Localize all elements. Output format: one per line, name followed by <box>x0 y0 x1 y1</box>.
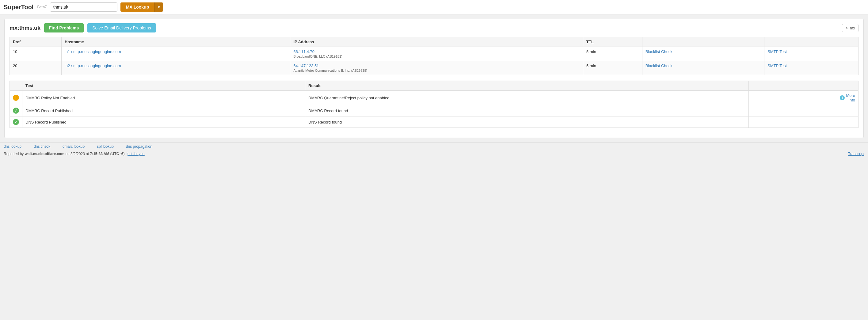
ip-link[interactable]: 64.147.123.51 <box>293 63 319 68</box>
test-more-info-cell <box>749 117 859 128</box>
ip-sub: BroadbandONE, LLC (AS19151) <box>293 55 580 58</box>
hostname-link[interactable]: in1-smtp.messagingengine.com <box>65 50 121 54</box>
header: SuperTool Beta7 MX Lookup ▾ <box>0 0 868 14</box>
smtp-test-cell: SMTP Test <box>765 61 859 75</box>
footer-bottom: Reported by walt.ns.cloudflare.com on 3/… <box>0 151 868 158</box>
col-status-icon <box>10 81 22 91</box>
tests-section: Test Result ! DMARC Policy Not Enabled D… <box>9 81 859 128</box>
ip-sub: Atlantic Metro Communications II, Inc. (… <box>293 69 580 72</box>
col-result: Result <box>305 81 749 91</box>
test-result: DMARC Record found <box>305 105 749 117</box>
report-server: walt.ns.cloudflare.com <box>25 152 64 156</box>
blacklist-check-link[interactable]: Blacklist Check <box>646 50 673 54</box>
test-name: DMARC Policy Not Enabled <box>22 91 305 105</box>
table-row: 10 in1-smtp.messagingengine.com 66.111.4… <box>10 47 859 61</box>
table-row: ! DMARC Policy Not Enabled DMARC Quarant… <box>10 91 859 105</box>
report-text: Reported by <box>4 152 25 156</box>
col-pref: Pref <box>10 37 62 47</box>
smtp-test-cell: SMTP Test <box>765 47 859 61</box>
test-status-icon-cell: ✓ <box>10 117 22 128</box>
col-actions1 <box>642 37 764 47</box>
ok-icon: ✓ <box>13 107 19 114</box>
mx-pref: 20 <box>10 61 62 75</box>
test-more-info-cell <box>749 105 859 117</box>
ip-link[interactable]: 66.111.4.70 <box>293 50 314 54</box>
test-result: DNS Record found <box>305 117 749 128</box>
col-test: Test <box>22 81 305 91</box>
search-input[interactable] <box>50 2 117 12</box>
lookup-main-button[interactable]: MX Lookup <box>120 2 154 12</box>
ok-icon: ✓ <box>13 119 19 125</box>
mx-hostname: in1-smtp.messagingengine.com <box>61 47 290 61</box>
mx-records-section: Pref Hostname IP Address TTL 10 in1-smtp… <box>9 37 859 75</box>
blacklist-check-cell: Blacklist Check <box>642 61 764 75</box>
report-date: on 3/2/2023 at <box>64 152 90 156</box>
main-content: mx:thms.uk Find Problems Solve Email Del… <box>0 14 868 142</box>
more-info-label: MoreInfo <box>846 93 855 102</box>
mx-ttl: 5 min <box>583 47 643 61</box>
footer-link-dns-lookup[interactable]: dns lookup <box>4 145 22 149</box>
find-problems-button[interactable]: Find Problems <box>44 23 84 32</box>
info-icon: i <box>840 95 845 100</box>
test-name: DNS Record Published <box>22 117 305 128</box>
report-period: . <box>145 152 146 156</box>
table-row: ✓ DNS Record Published DNS Record found <box>10 117 859 128</box>
blacklist-check-cell: Blacklist Check <box>642 47 764 61</box>
mx-pref: 10 <box>10 47 62 61</box>
col-actions2 <box>765 37 859 47</box>
footer-link-dns-check[interactable]: dns check <box>34 145 50 149</box>
smtp-test-link[interactable]: SMTP Test <box>768 63 787 68</box>
footer-link-dmarc-lookup[interactable]: dmarc lookup <box>63 145 85 149</box>
table-row: ✓ DMARC Record Published DMARC Record fo… <box>10 105 859 117</box>
result-card: mx:thms.uk Find Problems Solve Email Del… <box>4 19 864 138</box>
mx-ttl: 5 min <box>583 61 643 75</box>
more-info-link[interactable]: i MoreInfo <box>752 93 855 102</box>
col-ip: IP Address <box>290 37 583 47</box>
warning-icon: ! <box>13 95 19 101</box>
col-ttl: TTL <box>583 37 643 47</box>
brand-badge: Beta7 <box>37 5 46 9</box>
report-time: 7:15:33 AM (UTC -6) <box>90 152 125 156</box>
test-status-icon-cell: ! <box>10 91 22 105</box>
footer-links: dns lookup dns check dmarc lookup spf lo… <box>0 142 868 151</box>
just-for-you-link[interactable]: just for you <box>127 152 145 156</box>
tests-table: Test Result ! DMARC Policy Not Enabled D… <box>9 81 859 128</box>
mx-hostname: in2-smtp.messagingengine.com <box>61 61 290 75</box>
lookup-dropdown-button[interactable]: ▾ <box>154 2 163 12</box>
card-title-area: mx:thms.uk Find Problems Solve Email Del… <box>9 23 156 32</box>
test-more-info-cell: i MoreInfo <box>749 91 859 105</box>
col-more-info <box>749 81 859 91</box>
brand-name: SuperTool <box>4 4 33 11</box>
mx-ip: 64.147.123.51 Atlantic Metro Communicati… <box>290 61 583 75</box>
mx-ip: 66.111.4.70 BroadbandONE, LLC (AS19151) <box>290 47 583 61</box>
mx-records-table: Pref Hostname IP Address TTL 10 in1-smtp… <box>9 37 859 75</box>
footer-link-dns-propagation[interactable]: dns propagation <box>126 145 152 149</box>
transcript-link[interactable]: Transcript <box>848 152 864 156</box>
test-result: DMARC Quarantine/Reject policy not enabl… <box>305 91 749 105</box>
solve-email-delivery-button[interactable]: Solve Email Delivery Problems <box>87 23 156 32</box>
test-status-icon-cell: ✓ <box>10 105 22 117</box>
lookup-button-group: MX Lookup ▾ <box>120 2 163 12</box>
table-row: 20 in2-smtp.messagingengine.com 64.147.1… <box>10 61 859 75</box>
refresh-mx-button[interactable]: ↻ mx <box>842 24 859 32</box>
footer-link-spf-lookup[interactable]: spf lookup <box>97 145 114 149</box>
blacklist-check-link[interactable]: Blacklist Check <box>646 63 673 68</box>
card-top-bar: mx:thms.uk Find Problems Solve Email Del… <box>9 23 859 32</box>
card-title: mx:thms.uk <box>9 25 40 31</box>
col-hostname: Hostname <box>61 37 290 47</box>
smtp-test-link[interactable]: SMTP Test <box>768 50 787 54</box>
report-info: Reported by walt.ns.cloudflare.com on 3/… <box>4 152 146 156</box>
test-name: DMARC Record Published <box>22 105 305 117</box>
hostname-link[interactable]: in2-smtp.messagingengine.com <box>65 63 121 68</box>
